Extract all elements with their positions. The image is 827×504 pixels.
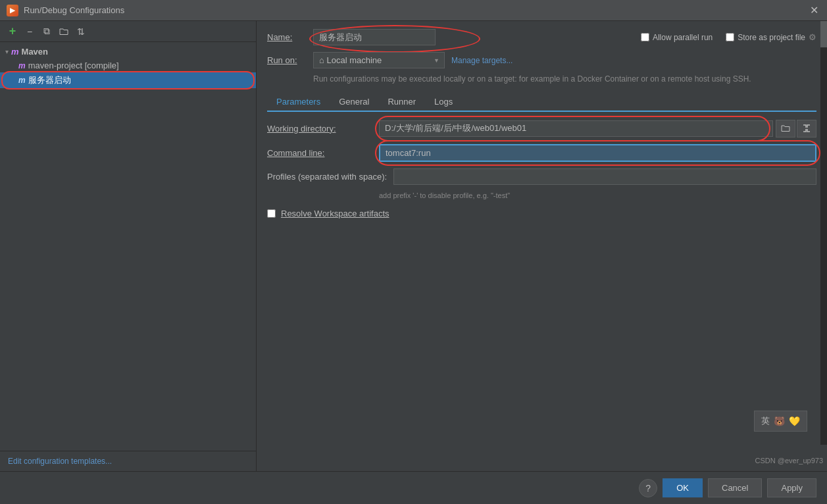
run-on-label: Run on: bbox=[267, 55, 307, 65]
close-button[interactable]: ✕ bbox=[807, 4, 820, 17]
config-item-maven-project[interactable]: m maven-project [compile] bbox=[0, 59, 256, 72]
run-on-select-wrapper: ⌂ Local machine bbox=[313, 52, 445, 68]
action-buttons: OK Cancel Apply bbox=[663, 478, 816, 497]
store-project-label: Store as project file bbox=[738, 33, 805, 42]
emoji1: 🐻 bbox=[774, 416, 785, 426]
right-panel: Name: Allow parallel run Store as projec… bbox=[257, 21, 827, 471]
config-tree: ▾ m Maven m maven-project [compile] m 服务… bbox=[0, 42, 256, 451]
allow-parallel-checkbox[interactable] bbox=[641, 33, 649, 41]
title-bar: ▶ Run/Debug Configurations ✕ bbox=[0, 0, 827, 21]
command-line-input[interactable] bbox=[379, 144, 816, 162]
main-content: + − ⧉ ⇅ ▾ m Maven bbox=[0, 21, 827, 471]
cancel-button[interactable]: Cancel bbox=[708, 478, 762, 497]
resolve-workspace-label: Resolve Workspace artifacts bbox=[281, 209, 389, 218]
dir-buttons bbox=[776, 120, 816, 138]
maven-group-icon: m bbox=[11, 47, 19, 57]
config-item-label: maven-project [compile] bbox=[28, 61, 119, 70]
config-item-server-start[interactable]: m 服务器启动 bbox=[0, 72, 256, 88]
tab-logs[interactable]: Logs bbox=[425, 93, 462, 112]
expand-dir-button[interactable] bbox=[797, 120, 816, 138]
ok-button[interactable]: OK bbox=[663, 478, 703, 497]
sort-button[interactable]: ⇅ bbox=[74, 24, 88, 39]
workspace-label-underline: W bbox=[314, 209, 322, 218]
resolve-label: Resolve bbox=[281, 209, 314, 218]
chinese-char: 英 bbox=[761, 415, 770, 427]
working-dir-row: Working directory: bbox=[267, 120, 816, 138]
tab-general[interactable]: General bbox=[330, 93, 378, 112]
name-label: Name: bbox=[267, 32, 307, 42]
profiles-row: Profiles (separated with space): bbox=[267, 168, 816, 185]
left-panel: + − ⧉ ⇅ ▾ m Maven bbox=[0, 21, 257, 471]
gear-icon[interactable]: ⚙ bbox=[809, 32, 816, 42]
config-item-icon: m bbox=[18, 61, 26, 70]
name-input[interactable] bbox=[313, 29, 436, 45]
group-arrow-icon: ▾ bbox=[5, 48, 9, 55]
command-line-label: Command line: bbox=[267, 148, 372, 158]
add-config-button[interactable]: + bbox=[5, 24, 20, 39]
dialog-title: Run/Debug Configurations bbox=[24, 5, 802, 15]
profiles-input[interactable] bbox=[393, 168, 816, 185]
emoji2: 💛 bbox=[789, 416, 800, 426]
working-dir-input[interactable] bbox=[379, 120, 773, 137]
tab-parameters[interactable]: Parameters bbox=[267, 93, 330, 112]
command-line-row: Command line: bbox=[267, 144, 816, 162]
config-tabs: Parameters General Runner Logs bbox=[267, 93, 816, 112]
store-project-area: Store as project file ⚙ bbox=[726, 32, 816, 42]
folder-button[interactable] bbox=[57, 24, 71, 39]
apply-button[interactable]: Apply bbox=[767, 478, 816, 497]
parallel-label: Allow parallel run bbox=[653, 33, 713, 42]
profiles-hint: add prefix '-' to disable profile, e.g. … bbox=[379, 191, 816, 199]
maven-group-header[interactable]: ▾ m Maven bbox=[0, 45, 256, 59]
run-on-select[interactable]: ⌂ Local machine bbox=[313, 52, 445, 68]
run-on-description: Run configurations may be executed local… bbox=[313, 74, 816, 85]
config-item-icon-selected: m bbox=[18, 76, 26, 85]
name-row: Name: Allow parallel run Store as projec… bbox=[267, 29, 816, 45]
remove-config-button[interactable]: − bbox=[22, 24, 37, 39]
manage-targets-link[interactable]: Manage targets... bbox=[451, 56, 513, 65]
maven-group: ▾ m Maven m maven-project [compile] m 服务… bbox=[0, 45, 256, 88]
copy-config-button[interactable]: ⧉ bbox=[39, 24, 54, 39]
browse-dir-button[interactable] bbox=[776, 120, 795, 138]
bottom-bar: ? OK Cancel Apply bbox=[0, 471, 827, 504]
run-debug-dialog: ▶ Run/Debug Configurations ✕ + − ⧉ ⇅ bbox=[0, 0, 827, 504]
parameters-content: Working directory: bbox=[267, 120, 816, 463]
profiles-label: Profiles (separated with space): bbox=[267, 172, 387, 182]
maven-group-label: Maven bbox=[22, 47, 48, 57]
edit-config-templates-link[interactable]: Edit configuration templates... bbox=[0, 451, 256, 471]
tab-runner[interactable]: Runner bbox=[378, 93, 425, 112]
parallel-checkbox-area: Allow parallel run bbox=[641, 33, 713, 42]
name-options-area: Allow parallel run Store as project file… bbox=[641, 32, 816, 42]
working-dir-label: Working directory: bbox=[267, 124, 372, 134]
input-widget: 英 🐻 💛 bbox=[754, 411, 807, 432]
store-project-checkbox[interactable] bbox=[726, 33, 734, 41]
resolve-workspace-row: Resolve Workspace artifacts bbox=[267, 209, 816, 218]
vertical-scrollbar[interactable] bbox=[820, 21, 827, 445]
scrollbar-thumb bbox=[820, 21, 827, 47]
resolve-workspace-checkbox[interactable] bbox=[267, 209, 276, 218]
config-item-label-selected: 服务器启动 bbox=[28, 74, 71, 86]
run-on-row: Run on: ⌂ Local machine Manage targets..… bbox=[267, 52, 816, 68]
left-toolbar: + − ⧉ ⇅ bbox=[0, 21, 256, 42]
watermark: CSDN @ever_up973 bbox=[751, 455, 828, 466]
help-button[interactable]: ? bbox=[639, 479, 657, 497]
app-icon: ▶ bbox=[7, 5, 18, 16]
